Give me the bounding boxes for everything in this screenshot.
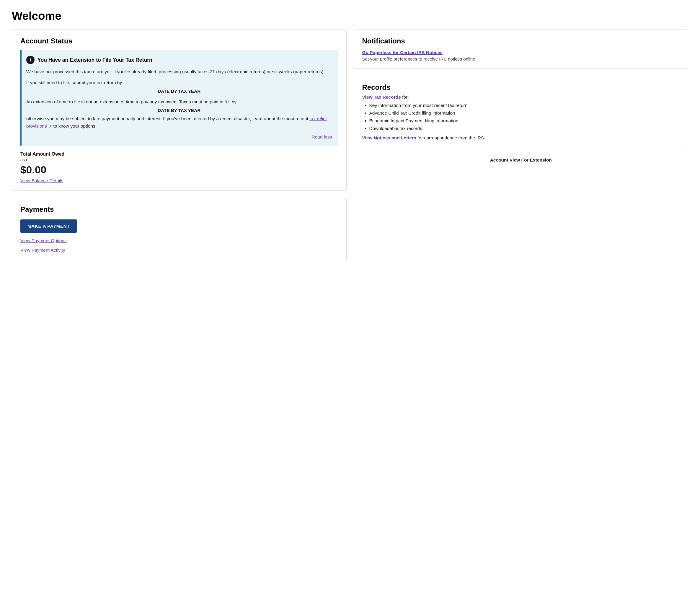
view-notices-link[interactable]: View Notices and Letters — [362, 135, 416, 140]
info-para-1: We have not processed this tax return ye… — [26, 68, 332, 76]
info-box-header: i You Have an Extension to File Your Tax… — [26, 56, 332, 64]
records-intro: View Tax Records for: — [362, 94, 680, 100]
account-status-heading: Account Status — [20, 37, 338, 45]
info-para-2: If you still need to file, submit your t… — [26, 79, 332, 95]
main-grid: Account Status i You Have an Extension t… — [12, 29, 688, 260]
notifications-heading: Notifications — [362, 37, 680, 45]
notifications-description: Set your profile preferences to receive … — [362, 56, 680, 62]
payments-heading: Payments — [20, 205, 338, 213]
list-item: Advance Child Tax Credit filing informat… — [369, 111, 680, 116]
notifications-card: Notifications Go Paperless for Certain I… — [354, 29, 689, 69]
view-balance-details-link[interactable]: View Balance Details — [20, 178, 63, 183]
records-list: Key information from your most recent ta… — [362, 103, 680, 131]
external-link-icon: ↗ — [49, 124, 52, 129]
as-of-text: as of — [20, 157, 338, 162]
info-box-title: You Have an Extension to File Your Tax R… — [38, 57, 152, 63]
records-footer: View Notices and Letters for corresponde… — [362, 135, 680, 141]
page-title: Welcome — [12, 9, 688, 22]
view-tax-records-link[interactable]: View Tax Records — [362, 94, 401, 99]
list-item: Downloadable tax records — [369, 126, 680, 131]
info-para-3: An extension of time to file is not an e… — [26, 98, 332, 130]
account-status-card: Account Status i You Have an Extension t… — [12, 29, 346, 191]
go-paperless-link[interactable]: Go Paperless for Certain IRS Notices — [362, 50, 442, 55]
make-payment-button[interactable]: MAKE A PAYMENT — [20, 219, 77, 233]
read-less-link[interactable]: Read less — [312, 134, 332, 141]
view-payment-activity-link[interactable]: View Payment Activity — [20, 248, 338, 253]
extension-info-box: i You Have an Extension to File Your Tax… — [20, 50, 338, 146]
left-column: Account Status i You Have an Extension t… — [12, 29, 346, 260]
date-1: DATE BY TAX YEAR — [26, 88, 332, 95]
date-2: DATE BY TAX YEAR — [26, 107, 332, 114]
total-owed-label: Total Amount Owed — [20, 152, 338, 157]
account-view-footer: Account View For Extension — [354, 157, 689, 163]
list-item: Key information from your most recent ta… — [369, 103, 680, 108]
view-payment-options-link[interactable]: View Payment Options — [20, 238, 338, 243]
records-card: Records View Tax Records for: Key inform… — [354, 76, 689, 148]
info-box-body: We have not processed this tax return ye… — [26, 68, 332, 141]
payment-links: View Payment Options View Payment Activi… — [20, 238, 338, 253]
right-column: Notifications Go Paperless for Certain I… — [354, 29, 689, 260]
records-heading: Records — [362, 83, 680, 92]
list-item: Economic Impact Payment filing informati… — [369, 118, 680, 123]
info-icon: i — [26, 56, 34, 64]
total-amount: $0.00 — [20, 164, 338, 176]
payments-card: Payments MAKE A PAYMENT View Payment Opt… — [12, 198, 346, 260]
